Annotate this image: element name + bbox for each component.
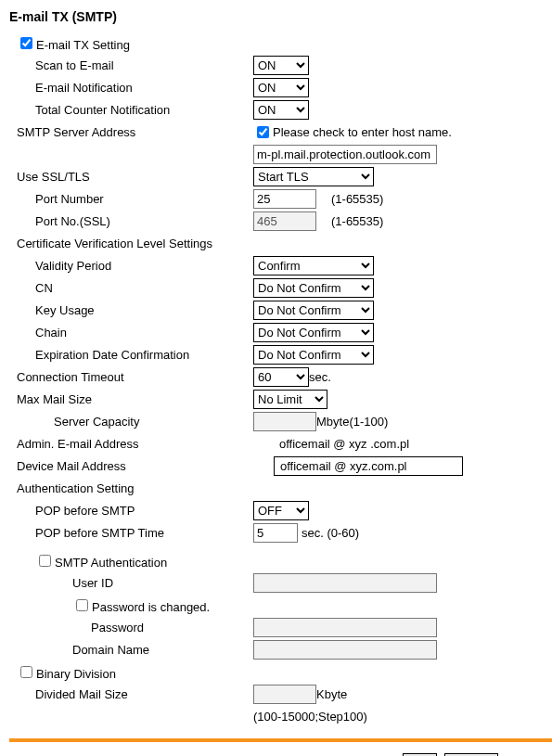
admin-email-label: Admin. E-mail Address [17,437,253,451]
email-notification-select[interactable]: ON [253,78,309,97]
smtp-auth-checkbox[interactable] [39,555,51,567]
password-input [253,618,437,637]
admin-email-value: officemail @ xyz .com.pl [279,437,409,451]
user-id-input [253,573,437,593]
hostname-checkbox[interactable] [257,126,269,138]
timeout-unit: sec. [309,370,331,384]
chain-select[interactable]: Do Not Confirm [253,323,374,342]
hostname-label: Please check to enter host name. [273,125,452,139]
connection-timeout-select[interactable]: 60 [253,367,309,387]
pop-time-input[interactable] [253,523,298,543]
domain-name-input [253,640,437,660]
cert-verif-label: Certificate Verification Level Settings [17,237,253,250]
pop-time-label: POP before SMTP Time [35,526,253,540]
device-mail-label: Device Mail Address [17,459,253,473]
cn-select[interactable]: Do Not Confirm [253,278,374,298]
divided-unit: Kbyte [316,687,347,701]
cn-label: CN [35,281,253,295]
email-tx-setting-label: E-mail TX Setting [36,38,130,52]
user-id-label: User ID [72,576,253,590]
pop-before-smtp-label: POP before SMTP [35,504,253,518]
ssl-tls-select[interactable]: Start TLS [253,167,374,186]
port-ssl-label: Port No.(SSL) [35,214,253,228]
port-ssl-input [253,211,316,231]
divided-mail-size-label: Divided Mail Size [35,687,253,701]
chain-label: Chain [35,326,253,340]
binary-division-label: Binary Division [36,667,116,681]
server-capacity-range: Mbyte(1-100) [316,415,388,429]
pop-before-smtp-select[interactable]: OFF [253,501,309,520]
total-counter-label: Total Counter Notification [35,103,253,117]
validity-period-label: Validity Period [35,259,253,273]
auth-setting-label: Authentication Setting [17,481,253,495]
domain-name-label: Domain Name [72,643,253,657]
ssl-tls-label: Use SSL/TLS [17,170,253,184]
expiration-select[interactable]: Do Not Confirm [253,345,374,365]
divider [9,738,552,742]
validity-period-select[interactable]: Confirm [253,256,374,275]
port-number-input[interactable] [253,189,316,209]
divided-mail-size-input [253,685,316,704]
email-notification-label: E-mail Notification [35,81,253,95]
password-changed-checkbox[interactable] [76,599,88,611]
total-counter-select[interactable]: ON [253,100,309,120]
divided-range: (100-15000;Step100) [253,710,367,724]
email-tx-setting-checkbox[interactable] [20,37,32,49]
port-number-label: Port Number [35,192,253,206]
password-changed-label: Password is changed. [92,600,210,614]
key-usage-select[interactable]: Do Not Confirm [253,301,374,320]
server-capacity-input [253,412,316,431]
binary-division-checkbox[interactable] [20,666,32,678]
max-mail-size-select[interactable]: No Limit [253,390,327,409]
port-ssl-range: (1-65535) [331,214,383,228]
server-capacity-label: Server Capacity [54,415,253,429]
connection-timeout-label: Connection Timeout [17,370,253,384]
pop-time-range: sec. (0-60) [302,526,359,540]
server-address-input[interactable] [253,145,437,164]
key-usage-label: Key Usage [35,303,253,317]
smtp-server-label: SMTP Server Address [17,125,253,139]
device-mail-value: officemail @ xyz.com.pl [274,456,463,476]
scan-to-email-label: Scan to E-mail [35,58,253,72]
port-range: (1-65535) [331,192,383,206]
smtp-auth-label: SMTP Authentication [55,556,167,570]
max-mail-size-label: Max Mail Size [17,392,253,406]
expiration-label: Expiration Date Confirmation [35,348,253,362]
page-title: E-mail TX (SMTP) [9,9,552,24]
scan-to-email-select[interactable]: ON [253,56,309,75]
password-label: Password [91,621,253,634]
